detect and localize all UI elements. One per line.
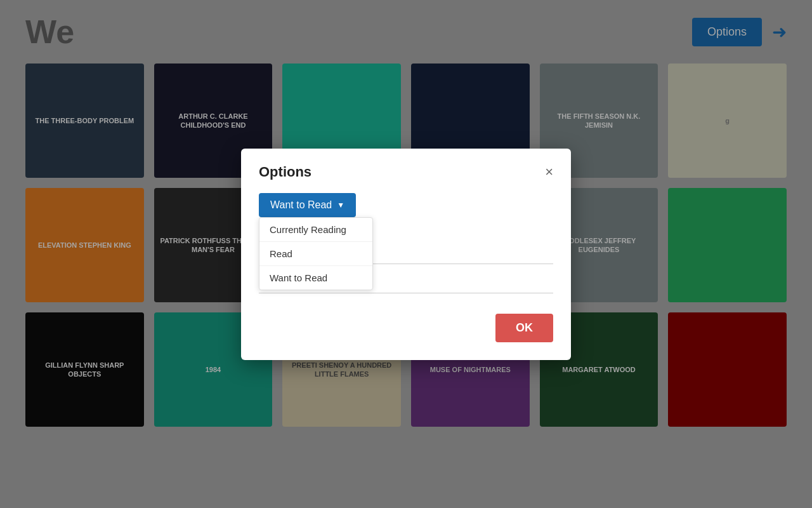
ok-button[interactable]: OK [495,314,553,342]
modal-footer: OK [259,314,553,342]
want-to-read-dropdown-button[interactable]: Want to Read ▼ [259,193,356,217]
dropdown-item-currently-reading[interactable]: Currently Reading [259,218,372,242]
modal-overlay: Options × Want to Read ▼ Currently Readi… [0,0,812,508]
dropdown-selected-label: Want to Read [270,199,332,211]
options-modal: Options × Want to Read ▼ Currently Readi… [241,149,571,360]
modal-header: Options × [259,164,553,180]
chevron-down-icon: ▼ [337,201,344,210]
modal-title: Options [259,164,311,180]
read-status-dropdown-container[interactable]: Want to Read ▼ Currently Reading Read Wa… [259,193,356,217]
dropdown-item-want-to-read[interactable]: Want to Read [259,266,372,290]
modal-close-button[interactable]: × [545,165,553,179]
dropdown-menu: Currently Reading Read Want to Read [259,217,373,290]
dropdown-item-read[interactable]: Read [259,242,372,266]
